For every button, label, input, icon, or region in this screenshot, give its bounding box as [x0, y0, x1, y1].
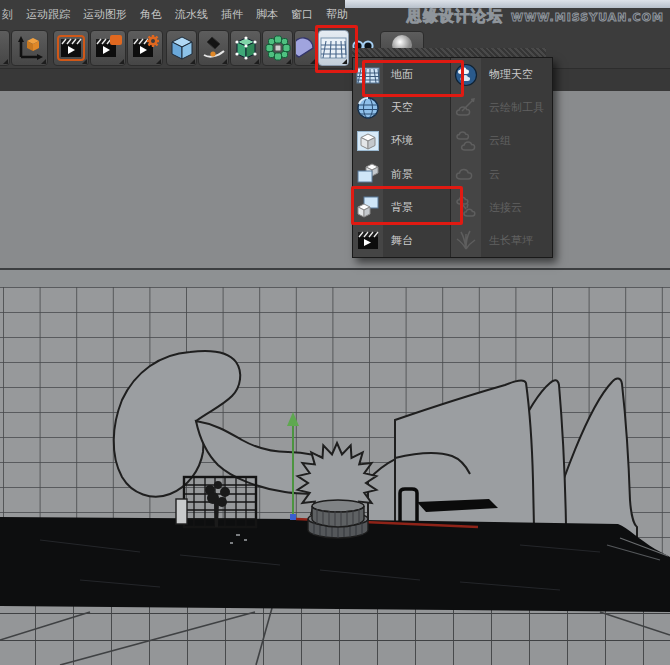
world-axis-icon	[16, 34, 44, 62]
viewport-canvas[interactable]: UI ·cn	[0, 90, 670, 665]
viewport-scene	[0, 90, 670, 665]
floor-environment-button[interactable]	[318, 30, 349, 66]
menu-item-pipeline[interactable]: 流水线	[175, 7, 208, 22]
stage-icon	[353, 224, 383, 257]
site-watermark: 思缘设计论坛 WWW.MISSYUAN.COM	[407, 7, 664, 26]
menu-item-plugins[interactable]: 插件	[221, 7, 243, 22]
menu-item-cloud-group: 云组	[451, 124, 552, 157]
stage-clapper-button[interactable]	[53, 30, 89, 66]
environment-icon	[353, 124, 383, 157]
menu-item-environment[interactable]: 环境	[353, 124, 450, 157]
menu-item-connect-cloud: 连接云	[451, 191, 552, 224]
volume-wedge-icon	[296, 36, 316, 60]
cube-primitive-button[interactable]	[166, 30, 197, 66]
menu-item-background[interactable]: 背景	[353, 191, 450, 224]
menu-item-sky[interactable]: 天空	[353, 91, 450, 124]
stage-clapper-alt-button[interactable]	[90, 30, 126, 66]
light-plank-object	[176, 499, 187, 524]
grass-icon	[451, 224, 481, 257]
menu-item-help[interactable]: 帮助	[326, 7, 348, 22]
physical-sky-icon	[451, 58, 481, 91]
connect-cloud-icon	[451, 191, 481, 224]
menu-item-sculpt-partial[interactable]: 刻	[2, 7, 13, 22]
menu-item-mograph[interactable]: 运动图形	[83, 7, 127, 22]
rotate-tool-button[interactable]	[0, 30, 10, 66]
toolbar	[0, 28, 670, 68]
cloud-icon	[451, 158, 481, 191]
menu-item-cloud-paint: 云绘制工具	[451, 91, 552, 124]
menu-item-motion-tracking[interactable]: 运动跟踪	[26, 7, 70, 22]
wall-top-line	[0, 268, 670, 270]
stage-clapper-gear-button[interactable]	[127, 30, 163, 66]
menu-item-foreground[interactable]: 前景	[353, 158, 450, 191]
app-window: UI ·cn 刻 运动跟踪 运动图形 角色 流水线 插件 脚本 窗口 帮助 思缘…	[0, 0, 670, 665]
editable-poly-icon	[233, 35, 259, 61]
wall-cap-band	[0, 270, 670, 287]
mograph-array-icon	[265, 35, 291, 61]
viewport-header-band	[0, 68, 670, 91]
axis-tool-button[interactable]	[11, 30, 48, 66]
environment-dropdown-menu: 地面 天空 环境	[352, 57, 553, 258]
editable-poly-button[interactable]	[230, 30, 261, 66]
menu-item-character[interactable]: 角色	[140, 7, 162, 22]
turntable-object	[308, 500, 368, 538]
clapperboard-gear-icon	[130, 34, 160, 62]
menu-item-physical-sky[interactable]: 物理天空	[451, 58, 552, 91]
menu-item-grow-grass: 生长草坪	[451, 224, 552, 257]
mograph-array-button[interactable]	[262, 30, 293, 66]
foreground-icon	[353, 158, 383, 191]
cloud-group-icon	[451, 124, 481, 157]
cube-primitive-icon	[169, 35, 195, 61]
floor-grid-front	[0, 604, 670, 665]
clapperboard-frame-icon	[56, 34, 86, 62]
spline-pen-icon	[201, 35, 227, 61]
menu-item-script[interactable]: 脚本	[256, 7, 278, 22]
clapperboard-rect-icon	[93, 34, 123, 62]
menu-item-cloud: 云	[451, 158, 552, 191]
floor-icon	[353, 58, 383, 91]
spline-pen-button[interactable]	[198, 30, 229, 66]
sky-icon	[353, 91, 383, 124]
volume-wedge-button[interactable]	[294, 30, 317, 66]
menu-item-floor[interactable]: 地面	[353, 58, 450, 91]
menu-item-window[interactable]: 窗口	[291, 7, 313, 22]
floor-grid-icon	[320, 35, 347, 61]
cloud-paint-icon	[451, 91, 481, 124]
background-icon	[353, 191, 383, 224]
menu-item-stage[interactable]: 舞台	[353, 224, 450, 257]
